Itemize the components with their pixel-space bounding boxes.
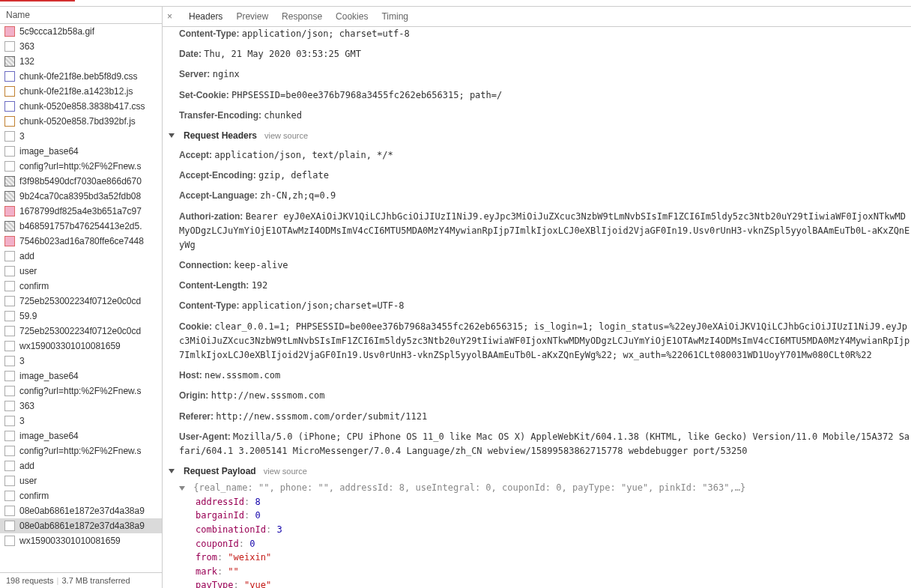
request-row[interactable]: 08e0ab6861e1872e37d4a38a9 — [0, 518, 162, 533]
request-row[interactable]: chunk-0fe21f8e.a1423b12.js — [0, 84, 162, 99]
tab-response[interactable]: Response — [282, 11, 322, 22]
request-name: 3 — [19, 131, 25, 142]
request-row[interactable]: b468591757b476254413e2d5. — [0, 219, 162, 234]
header-row: Cookie: clear_0.0.1=1; PHPSESSID=be00ee3… — [169, 317, 911, 366]
file-type-icon — [4, 401, 15, 411]
request-name: confirm — [19, 491, 49, 501]
request-name: 3 — [19, 416, 25, 426]
request-row[interactable]: image_base64 — [0, 428, 162, 443]
request-name: chunk-0fe21f8e.beb5f8d9.css — [19, 71, 137, 82]
request-name: 3 — [19, 356, 25, 366]
file-type-icon — [4, 311, 15, 321]
request-row[interactable]: add — [0, 249, 162, 264]
file-type-icon — [4, 536, 15, 546]
status-requests: 198 requests — [6, 576, 54, 585]
request-row[interactable]: 363 — [0, 39, 162, 54]
request-row[interactable]: wx159003301010081659 — [0, 339, 162, 354]
expand-arrow-icon — [169, 469, 175, 473]
view-source-link[interactable]: view source — [264, 467, 307, 476]
request-name: 725eb253002234f0712e0c0cd — [19, 296, 141, 306]
payload-summary-row[interactable]: {real_name: "", phone: "", addressId: 8,… — [179, 481, 911, 495]
view-source-link[interactable]: view source — [264, 131, 308, 140]
request-name: 1678799df825a4e3b651a7c97 — [19, 206, 142, 216]
request-row[interactable]: image_base64 — [0, 369, 162, 384]
request-row[interactable]: 5c9ccca12b58a.gif — [0, 24, 162, 39]
file-type-icon — [4, 386, 15, 396]
request-row[interactable]: 3 — [0, 413, 162, 428]
request-row[interactable]: 08e0ab6861e1872e37d4a38a9 — [0, 503, 162, 518]
request-row[interactable]: 132 — [0, 54, 162, 69]
request-row[interactable]: chunk-0520e858.3838b417.css — [0, 99, 162, 114]
request-row[interactable]: f3f98b5490dcf7030ae866d670 — [0, 174, 162, 189]
request-row[interactable]: wx159003301010081659 — [0, 533, 162, 548]
payload-prop: combinationId: 3 — [179, 523, 911, 537]
request-row[interactable]: config?url=http:%2F%2Fnew.s — [0, 384, 162, 398]
request-name: image_base64 — [19, 431, 79, 441]
header-row: Connection: keep-alive — [169, 255, 911, 276]
request-row[interactable]: confirm — [0, 488, 162, 503]
request-row[interactable]: 3 — [0, 354, 162, 369]
request-list[interactable]: 5c9ccca12b58a.gif363132chunk-0fe21f8e.be… — [0, 24, 162, 572]
toolbar-active-indicator — [0, 0, 75, 1]
request-list-header[interactable]: Name — [0, 7, 162, 24]
details-tabs: × HeadersPreviewResponseCookiesTiming — [163, 7, 911, 27]
file-type-icon — [4, 206, 15, 216]
payload-prop: couponId: 0 — [179, 537, 911, 551]
expand-arrow-icon — [179, 486, 185, 491]
file-type-icon — [4, 86, 15, 97]
request-name: add — [19, 251, 34, 261]
tab-timing[interactable]: Timing — [381, 11, 408, 22]
header-row: Server: nginx — [169, 64, 911, 85]
file-type-icon — [4, 176, 15, 187]
request-name: wx159003301010081659 — [19, 341, 121, 351]
request-name: b468591757b476254413e2d5. — [19, 221, 142, 231]
request-name: 08e0ab6861e1872e37d4a38a9 — [19, 506, 145, 516]
request-row[interactable]: 9b24ca70ca8395bd3a52fdb08 — [0, 189, 162, 204]
file-type-icon — [4, 356, 15, 366]
request-row[interactable]: confirm — [0, 279, 162, 294]
section-request-headers[interactable]: Request Headers view source — [169, 126, 911, 145]
tab-cookies[interactable]: Cookies — [336, 11, 368, 22]
request-row[interactable]: 725eb253002234f0712e0c0cd — [0, 324, 162, 339]
request-name: 132 — [19, 56, 34, 67]
request-name: config?url=http:%2F%2Fnew.s — [19, 161, 141, 172]
file-type-icon — [4, 41, 15, 52]
request-row[interactable]: config?url=http:%2F%2Fnew.s — [0, 159, 162, 174]
request-list-panel: Name 5c9ccca12b58a.gif363132chunk-0fe21f… — [0, 7, 163, 588]
section-request-payload[interactable]: Request Payload view source — [169, 461, 911, 481]
request-row[interactable]: user — [0, 264, 162, 279]
request-row[interactable]: 7546b023ad16a780ffe6ce7448 — [0, 234, 162, 249]
request-row[interactable]: chunk-0520e858.7bd392bf.js — [0, 114, 162, 129]
request-row[interactable]: 1678799df825a4e3b651a7c97 — [0, 204, 162, 219]
request-name: image_base64 — [19, 371, 79, 381]
details-body: Content-Type: application/json; charset=… — [163, 27, 911, 588]
request-row[interactable]: 363 — [0, 398, 162, 413]
payload-prop: payType: "yue" — [179, 578, 911, 588]
request-name: 5c9ccca12b58a.gif — [19, 26, 94, 37]
request-name: wx159003301010081659 — [19, 536, 121, 546]
file-type-icon — [4, 251, 15, 261]
request-name: add — [19, 461, 34, 471]
header-row: Accept: application/json, text/plain, */… — [169, 145, 911, 166]
request-row[interactable]: chunk-0fe21f8e.beb5f8d9.css — [0, 69, 162, 84]
payload-prop: mark: "" — [179, 565, 911, 579]
request-row[interactable]: config?url=http:%2F%2Fnew.s — [0, 443, 162, 458]
tab-headers[interactable]: Headers — [189, 11, 223, 22]
file-type-icon — [4, 446, 15, 456]
header-row: User-Agent: Mozilla/5.0 (iPhone; CPU iPh… — [169, 427, 911, 461]
close-icon[interactable]: × — [167, 11, 172, 22]
request-row[interactable]: 59.9 — [0, 309, 162, 324]
file-type-icon — [4, 116, 15, 127]
tab-preview[interactable]: Preview — [236, 11, 268, 22]
request-row[interactable]: 725eb253002234f0712e0c0cd — [0, 294, 162, 309]
file-type-icon — [4, 476, 15, 486]
request-row[interactable]: image_base64 — [0, 144, 162, 159]
expand-arrow-icon — [169, 133, 175, 138]
file-type-icon — [4, 236, 15, 246]
request-row[interactable]: user — [0, 473, 162, 488]
request-row[interactable]: 3 — [0, 129, 162, 144]
header-row: Content-Length: 192 — [169, 276, 911, 296]
file-type-icon — [4, 461, 15, 471]
request-name: chunk-0520e858.7bd392bf.js — [19, 116, 136, 127]
request-row[interactable]: add — [0, 458, 162, 473]
